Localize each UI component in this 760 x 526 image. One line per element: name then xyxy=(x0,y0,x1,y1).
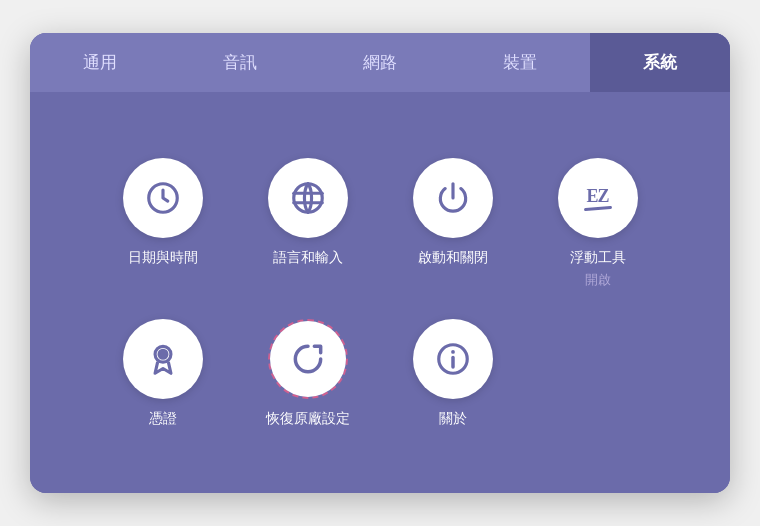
restore-icon-circle xyxy=(268,319,348,399)
datetime-label: 日期與時間 xyxy=(128,248,198,266)
cert-icon-circle xyxy=(123,319,203,399)
datetime-icon-circle xyxy=(123,158,203,238)
floattool-label: 浮動工具 xyxy=(570,248,626,266)
startup-item[interactable]: 啟動和關閉 xyxy=(390,158,515,288)
tab-network[interactable]: 網路 xyxy=(310,33,450,92)
ez-underline xyxy=(583,206,611,211)
language-icon-circle xyxy=(268,158,348,238)
cert-item[interactable]: 憑證 xyxy=(100,319,225,427)
cert-label: 憑證 xyxy=(149,409,177,427)
svg-point-1 xyxy=(293,184,322,213)
tab-general[interactable]: 通用 xyxy=(30,33,170,92)
datetime-item[interactable]: 日期與時間 xyxy=(100,158,225,288)
about-label: 關於 xyxy=(439,409,467,427)
tab-bar: 通用 音訊 網路 裝置 系統 xyxy=(30,33,730,92)
language-item[interactable]: 語言和輸入 xyxy=(245,158,370,288)
ez-text: EZ xyxy=(586,187,608,205)
tab-device[interactable]: 裝置 xyxy=(450,33,590,92)
info-icon xyxy=(434,340,472,378)
svg-point-8 xyxy=(451,349,455,353)
clock-icon xyxy=(144,179,182,217)
restore-inner xyxy=(270,321,346,397)
content-area: 日期與時間 語言和輸入 xyxy=(30,92,730,493)
power-icon xyxy=(434,179,472,217)
about-item[interactable]: 關於 xyxy=(390,319,515,427)
svg-point-5 xyxy=(159,350,167,358)
icon-grid: 日期與時間 語言和輸入 xyxy=(100,158,660,426)
settings-window: 通用 音訊 網路 裝置 系統 日期與時間 xyxy=(30,33,730,493)
restore-icon xyxy=(289,340,327,378)
floattool-item[interactable]: EZ 浮動工具 開啟 xyxy=(535,158,660,288)
ez-icon: EZ xyxy=(584,187,612,210)
floattool-sublabel: 開啟 xyxy=(585,271,611,289)
about-icon-circle xyxy=(413,319,493,399)
startup-label: 啟動和關閉 xyxy=(418,248,488,266)
tab-system[interactable]: 系統 xyxy=(590,33,730,92)
restore-label: 恢復原廠設定 xyxy=(266,409,350,427)
startup-icon-circle xyxy=(413,158,493,238)
language-label: 語言和輸入 xyxy=(273,248,343,266)
floattool-icon-circle: EZ xyxy=(558,158,638,238)
award-icon xyxy=(144,340,182,378)
tab-audio[interactable]: 音訊 xyxy=(170,33,310,92)
globe-icon xyxy=(289,179,327,217)
restore-item[interactable]: 恢復原廠設定 xyxy=(245,319,370,427)
